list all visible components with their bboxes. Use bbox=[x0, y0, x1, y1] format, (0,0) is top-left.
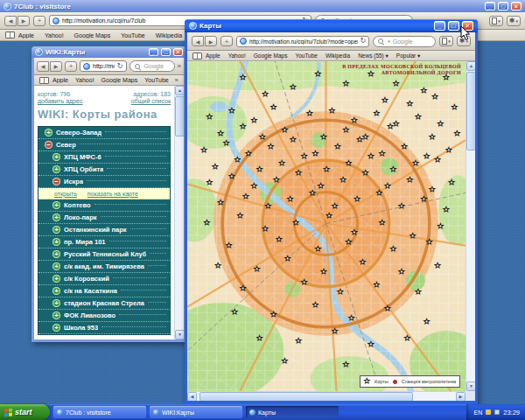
expand-icon[interactable]: + bbox=[52, 299, 60, 307]
court-star-marker[interactable]: ★ bbox=[262, 226, 268, 233]
court-star-marker[interactable]: ★ bbox=[398, 203, 404, 210]
court-star-marker[interactable]: ★ bbox=[404, 335, 410, 342]
court-list-item[interactable]: +Северо-Запад bbox=[38, 127, 170, 139]
court-star-marker[interactable]: ★ bbox=[343, 80, 349, 88]
court-star-marker[interactable]: ★ bbox=[245, 150, 251, 158]
forward-button[interactable]: ▶ bbox=[50, 61, 62, 72]
court-star-marker[interactable]: ★ bbox=[242, 193, 248, 200]
court-star-marker[interactable]: ★ bbox=[320, 134, 326, 141]
court-star-marker[interactable]: ★ bbox=[282, 127, 288, 134]
court-star-marker[interactable]: ★ bbox=[424, 153, 430, 160]
minimize-button[interactable]: _ bbox=[149, 48, 158, 56]
court-star-marker[interactable]: ★ bbox=[443, 206, 449, 214]
court-list-item[interactable]: +ФОК Лианозово bbox=[38, 310, 170, 322]
bookmark-item[interactable]: Google Maps bbox=[74, 32, 111, 38]
court-star-marker[interactable]: ★ bbox=[379, 220, 385, 227]
forward-button[interactable]: ▶ bbox=[205, 36, 217, 46]
court-star-marker[interactable]: ★ bbox=[296, 170, 302, 177]
back-button[interactable]: ◀ bbox=[37, 61, 49, 72]
court-star-marker[interactable]: ★ bbox=[390, 166, 396, 173]
court-list-item[interactable]: +ХПЦ Орбита bbox=[38, 164, 170, 176]
court-star-marker[interactable]: ★ bbox=[362, 134, 368, 141]
new-tab-button[interactable]: + bbox=[33, 16, 46, 26]
court-star-marker[interactable]: ★ bbox=[412, 160, 418, 167]
court-star-marker[interactable]: ★ bbox=[301, 153, 307, 160]
bookmark-item[interactable]: Yahoo! bbox=[228, 52, 246, 59]
court-star-marker[interactable]: ★ bbox=[296, 338, 302, 345]
court-star-marker[interactable]: ★ bbox=[284, 256, 290, 262]
scroll-up-button[interactable]: ▲ bbox=[175, 86, 184, 95]
full-list-link[interactable]: общий список bbox=[131, 98, 171, 104]
court-star-marker[interactable]: ★ bbox=[346, 160, 352, 167]
court-star-marker[interactable]: ★ bbox=[256, 335, 262, 342]
scroll-down-button[interactable]: ▼ bbox=[466, 382, 475, 391]
language-indicator[interactable]: EN bbox=[473, 410, 482, 416]
court-star-marker[interactable]: ★ bbox=[279, 160, 285, 167]
court-star-marker[interactable]: ★ bbox=[384, 305, 390, 312]
court-star-marker[interactable]: ★ bbox=[329, 108, 335, 115]
court-star-marker[interactable]: ★ bbox=[310, 190, 316, 197]
court-list-item[interactable]: +с/к акад. им. Тимирязева bbox=[38, 261, 170, 273]
court-star-marker[interactable]: ★ bbox=[379, 150, 385, 158]
page-menu-button[interactable]: ▾ bbox=[489, 16, 503, 26]
court-star-marker[interactable]: ★ bbox=[354, 196, 360, 203]
moscow-map[interactable]: ★★★★★★★★★★★★★★★★★★★★★★★★★★★★★★★★★★★★★★★★… bbox=[187, 61, 466, 391]
bookmark-item[interactable]: News (55) ▾ bbox=[358, 52, 388, 60]
court-star-marker[interactable]: ★ bbox=[240, 285, 246, 292]
court-list-item[interactable]: −Север bbox=[38, 139, 170, 151]
back-button[interactable]: ◀ bbox=[4, 16, 17, 26]
court-star-marker[interactable]: ★ bbox=[206, 179, 213, 186]
court-star-marker[interactable]: ★ bbox=[200, 147, 206, 154]
court-star-marker[interactable]: ★ bbox=[454, 130, 460, 137]
court-list-item[interactable]: +ХПЦ МФС-6 bbox=[38, 151, 170, 164]
court-star-marker[interactable]: ★ bbox=[312, 150, 318, 158]
court-star-marker[interactable]: ★ bbox=[431, 94, 438, 101]
court-list-item[interactable]: +пр. Мира 101 bbox=[38, 236, 170, 248]
address-bar[interactable]: http://motivati ↻ bbox=[80, 60, 127, 72]
court-star-marker[interactable]: ★ bbox=[218, 130, 224, 137]
expand-icon[interactable]: + bbox=[52, 238, 60, 246]
court-star-marker[interactable]: ★ bbox=[410, 233, 416, 240]
court-star-marker[interactable]: ★ bbox=[337, 289, 343, 296]
court-star-marker[interactable]: ★ bbox=[290, 84, 296, 91]
court-list-item[interactable]: +Останкинский парк bbox=[38, 224, 170, 236]
scroll-thumb[interactable] bbox=[175, 96, 184, 136]
court-star-marker[interactable]: ★ bbox=[445, 147, 452, 154]
titlebar-map[interactable]: Карты _ □ ✕ bbox=[185, 19, 478, 32]
court-star-marker[interactable]: ★ bbox=[270, 104, 276, 111]
court-star-marker[interactable]: ★ bbox=[438, 121, 444, 128]
court-star-marker[interactable]: ★ bbox=[228, 173, 234, 180]
court-star-marker[interactable]: ★ bbox=[374, 110, 380, 117]
court-star-marker[interactable]: ★ bbox=[218, 200, 224, 206]
court-star-marker[interactable]: ★ bbox=[259, 134, 265, 141]
action-link[interactable]: показать на карте bbox=[88, 191, 138, 197]
action-link[interactable]: открыть bbox=[54, 191, 77, 197]
collapse-icon[interactable]: − bbox=[52, 178, 60, 186]
court-list-item[interactable]: +Коптево bbox=[38, 200, 170, 212]
expand-icon[interactable]: + bbox=[52, 262, 60, 270]
court-star-marker[interactable]: ★ bbox=[315, 71, 321, 78]
court-star-marker[interactable]: ★ bbox=[415, 289, 421, 296]
court-star-marker[interactable]: ★ bbox=[256, 166, 262, 173]
court-star-marker[interactable]: ★ bbox=[362, 170, 368, 177]
back-button[interactable]: ◀ bbox=[192, 36, 204, 46]
bookmark-item[interactable]: Yahoo! bbox=[45, 32, 64, 38]
close-button[interactable]: ✕ bbox=[173, 48, 183, 56]
close-button[interactable]: ✕ bbox=[462, 21, 473, 31]
close-button[interactable]: ✕ bbox=[511, 2, 522, 10]
scroll-down-button[interactable]: ▼ bbox=[175, 330, 184, 340]
page-menu-button[interactable]: ▾ bbox=[439, 36, 453, 46]
court-star-marker[interactable]: ★ bbox=[334, 144, 340, 150]
court-star-marker[interactable]: ★ bbox=[214, 262, 220, 270]
court-star-marker[interactable]: ★ bbox=[320, 269, 326, 276]
court-list-item[interactable]: +Школа 953 bbox=[38, 322, 170, 334]
expand-icon[interactable]: + bbox=[52, 312, 60, 319]
wiki-vertical-scrollbar[interactable]: ▲ ▼ bbox=[174, 86, 184, 340]
court-star-marker[interactable]: ★ bbox=[429, 134, 435, 141]
court-star-marker[interactable]: ★ bbox=[251, 183, 257, 190]
expand-icon[interactable]: + bbox=[52, 153, 60, 161]
court-star-marker[interactable]: ★ bbox=[452, 104, 458, 111]
address-bar[interactable]: http://motivation.ru/cgi/ru/7club?mode=o… bbox=[236, 36, 369, 47]
bookmark-item[interactable]: Google Maps bbox=[102, 77, 138, 83]
court-star-marker[interactable]: ★ bbox=[438, 223, 444, 230]
